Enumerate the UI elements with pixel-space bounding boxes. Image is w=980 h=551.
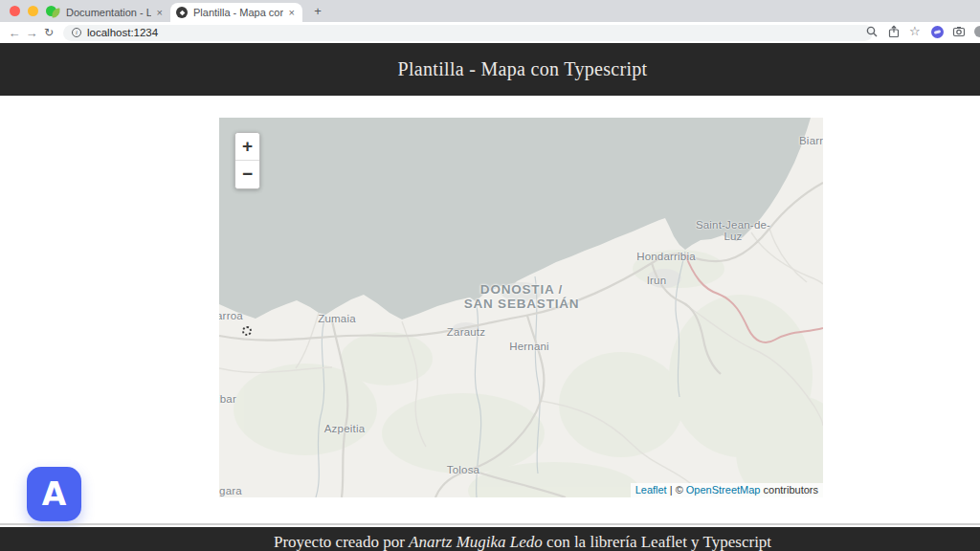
page-header: Plantilla - Mapa con Typescript [0,43,980,96]
openstreetmap-link[interactable]: OpenStreetMap [686,484,761,496]
map-label-town: Hondarribia [636,251,696,262]
minimize-window-button[interactable] [28,6,38,16]
tab-leaflet-docs[interactable]: Documentation - Leaflet - a Ja × [46,3,170,22]
leaflet-map[interactable]: DONOSTIA / SAN SEBASTIÁN arroa Zumaia Za… [219,118,823,497]
tab-close-icon[interactable]: × [155,7,165,18]
map-label-town: arroa [219,310,243,321]
leaflet-leaf-icon [51,8,60,17]
map-label-town: Biarri [799,135,823,146]
map-label-town: Zarautz [447,326,485,338]
map-label-town: Azpeitia [324,423,366,434]
footer-divider [0,523,980,525]
clipped-toolbar-icon[interactable] [974,26,980,37]
reload-button[interactable]: ↻ [40,26,57,39]
map-label-town: ibar [219,393,236,405]
map-label-town: Tolosa [447,464,479,475]
page-footer: Proyecto creado por Anartz Mugika Ledo c… [0,527,980,551]
map-label-town: Hernani [509,341,549,352]
browser-tabstrip: Documentation - Leaflet - a Ja × Plantil… [0,0,980,22]
site-info-icon[interactable]: i [72,28,81,37]
mouse-cursor [242,326,252,336]
attribution-suffix: contributors [760,484,818,496]
zoom-in-button[interactable]: + [235,133,259,161]
tab-title: Plantilla - Mapa con Typescript [193,7,283,18]
map-label-town: Saint-Jean-de- Luz [696,219,770,242]
zoom-out-button[interactable]: − [235,161,259,188]
map-label-town: Zumaia [318,313,356,324]
parcel-icon [176,7,188,18]
browser-actions: ☆ [865,25,978,38]
page-zoom-icon[interactable] [865,25,879,38]
map-label-donostia: DONOSTIA / SAN SEBASTIÁN [464,282,580,311]
map-zoom-control: + − [234,132,260,189]
browser-toolbar: ← → ↻ i localhost:1234 [0,22,980,43]
map-attribution: Leaflet | © OpenStreetMap contributors [631,483,823,497]
tab-title: Documentation - Leaflet - a Ja [66,7,151,18]
forward-button[interactable]: → [23,26,40,40]
leaflet-link[interactable]: Leaflet [635,484,667,496]
map-label-town: rgara [219,485,242,496]
page-title: Plantilla - Mapa con Typescript [0,43,980,96]
address-bar[interactable]: i localhost:1234 [63,25,873,41]
tab-plantilla-mapa[interactable]: Plantilla - Mapa con Typescript × [170,3,302,22]
new-tab-button[interactable]: + [310,4,325,19]
author-logo: A [27,467,81,521]
footer-text-prefix: Proyecto creado por [274,533,409,551]
extension-icon[interactable] [931,26,944,38]
map-label-town: Irun [647,275,667,286]
share-icon[interactable] [887,25,901,38]
url-text: localhost:1234 [87,27,158,38]
close-window-button[interactable] [10,6,20,16]
logo-letter: A [42,475,67,513]
attribution-separator: | © [667,484,686,496]
footer-author: Anartz Mugika Ledo [409,533,543,551]
footer-text-suffix: con la librería Leaflet y Typescript [543,533,771,551]
tab-close-icon[interactable]: × [287,7,297,18]
back-button[interactable]: ← [6,26,23,40]
star-icon[interactable]: ☆ [909,25,923,38]
camera-icon[interactable] [952,25,966,38]
